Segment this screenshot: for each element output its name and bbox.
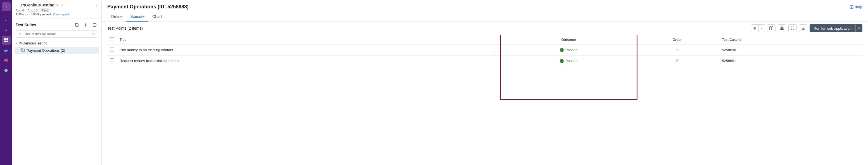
main-content: Payment Operations (ID: 5258688) Help De… — [102, 0, 868, 165]
rail-check-icon[interactable] — [2, 46, 11, 55]
select-all-checkbox[interactable] — [110, 37, 114, 41]
row2-order: 2 — [635, 56, 719, 66]
svg-rect-15 — [772, 27, 773, 30]
filter-clear-button[interactable]: ✕ — [92, 32, 95, 36]
columns-view-button[interactable] — [778, 24, 786, 32]
row1-more-icon[interactable]: ⋮ — [493, 48, 499, 52]
collapse-suite-button[interactable] — [91, 21, 98, 29]
svg-rect-3 — [6, 40, 8, 42]
svg-rect-0 — [4, 38, 6, 40]
row2-title: Request money from existing contact — [117, 56, 490, 66]
filter-input[interactable] — [22, 32, 90, 36]
rail-grid-icon[interactable] — [2, 36, 11, 45]
project-name: INGeniousTesting — [21, 3, 55, 7]
row1-checkbox[interactable] — [110, 48, 114, 52]
suite-group: ∨ INGeniousTesting Payment Operations (2… — [14, 40, 99, 54]
toolbar-actions: ∨ Run for web application ∨ — [751, 24, 862, 32]
row2-test-case-id: 5258691 — [719, 56, 862, 66]
svg-rect-6 — [4, 52, 7, 52]
add-suite-button[interactable] — [82, 21, 89, 29]
sidebar: ← INGeniousTesting ∨ ☆ ⋮ Aug 6 – Aug 13 … — [12, 0, 102, 165]
sidebar-header: ← INGeniousTesting ∨ ☆ ⋮ Aug 6 – Aug 13 … — [12, 0, 101, 19]
suite-group-header[interactable]: ∨ INGeniousTesting — [14, 40, 99, 47]
svg-rect-5 — [4, 50, 8, 51]
tab-chart[interactable]: Chart — [148, 12, 166, 22]
run-for-web-button[interactable]: Run for web application — [810, 24, 856, 32]
col-more — [490, 35, 502, 45]
table-row: Request money from existing contact ✓ Pa… — [107, 56, 862, 66]
suite-tree: ∨ INGeniousTesting Payment Operations (2… — [12, 40, 101, 165]
row1-more[interactable]: ⋮ — [490, 45, 502, 56]
run-button-group: Run for web application ∨ — [810, 24, 862, 32]
col-outcome: Outcome — [502, 35, 635, 45]
rail-diamond-icon[interactable] — [2, 66, 11, 75]
suite-item-payment-operations[interactable]: Payment Operations (2) — [14, 47, 99, 54]
row1-outcome: ✓ Passed — [502, 45, 635, 56]
menu-button[interactable] — [799, 24, 807, 32]
stats-text: 100% run, 100% passed. — [16, 12, 52, 16]
row2-checkbox[interactable] — [110, 58, 114, 62]
app-logo: I — [2, 2, 11, 11]
row2-more — [490, 56, 502, 66]
rail-record-icon[interactable] — [2, 56, 11, 65]
col-checkbox — [107, 35, 117, 45]
tabs: Define Execute Chart — [107, 12, 862, 21]
col-title: Title — [117, 35, 490, 45]
row2-outcome: ✓ Passed — [502, 56, 635, 66]
page-title: Payment Operations (ID: 5258688) — [107, 4, 189, 10]
icon-rail: I ← + — [0, 0, 12, 165]
filter-bar: ≡ ✕ — [16, 30, 98, 38]
row2-outcome-icon: ✓ — [560, 59, 564, 63]
row1-checkbox-cell — [107, 45, 117, 56]
test-points-table-container: Title Outcome Order Test Case Id Pay mon… — [102, 35, 868, 165]
outcome-chevron-button[interactable]: ∨ — [759, 24, 765, 32]
row1-outcome-text: Passed — [565, 48, 577, 52]
toolbar: Test Points (2 items) ∨ — [102, 22, 868, 35]
split-view-button[interactable] — [767, 24, 775, 32]
svg-rect-2 — [4, 40, 6, 42]
main-header: Payment Operations (ID: 5258688) Help De… — [102, 0, 868, 22]
project-star-icon[interactable]: ☆ — [61, 3, 64, 7]
run-chevron-button[interactable]: ∨ — [856, 24, 862, 32]
svg-point-12 — [851, 8, 851, 8]
group-name: INGeniousTesting — [19, 41, 48, 45]
suite-name: Payment Operations (2) — [27, 48, 65, 53]
sidebar-back-button[interactable]: ← — [16, 3, 20, 7]
test-suites-title: Test Suites — [16, 23, 71, 27]
table-row: Pay money to an existing contact ⋮ ✓ Pas… — [107, 45, 862, 56]
project-chevron-icon[interactable]: ∨ — [56, 3, 58, 7]
past-badge: Past — [39, 8, 50, 12]
svg-rect-9 — [76, 24, 78, 27]
row1-test-case-id: 5258690 — [719, 45, 862, 56]
tab-execute[interactable]: Execute — [126, 12, 148, 22]
expand-button[interactable] — [788, 24, 797, 32]
rail-back-icon[interactable]: ← — [2, 16, 11, 25]
col-order: Order — [635, 35, 719, 45]
outcome-filter-button[interactable] — [751, 24, 759, 32]
filter-icon: ≡ — [19, 32, 21, 36]
test-suites-header: Test Suites — [12, 19, 101, 30]
group-chevron-icon: ∨ — [16, 42, 18, 45]
col-test-case-id: Test Case Id — [719, 35, 862, 45]
rail-add-icon[interactable]: + — [2, 26, 11, 35]
svg-point-13 — [753, 27, 756, 30]
copy-suites-button[interactable] — [73, 21, 80, 29]
svg-rect-4 — [4, 49, 8, 49]
help-link[interactable]: Help — [849, 5, 862, 9]
date-range: Aug 6 – Aug 13 — [16, 9, 38, 12]
row1-order: 1 — [635, 45, 719, 56]
svg-point-8 — [5, 60, 7, 61]
toolbar-title: Test Points (2 items) — [107, 26, 750, 30]
row1-title: Pay money to an existing contact — [117, 45, 490, 56]
svg-rect-1 — [6, 38, 8, 40]
tab-define[interactable]: Define — [107, 12, 126, 22]
row2-checkbox-cell — [107, 56, 117, 66]
project-more-icon[interactable]: ⋮ — [94, 3, 98, 7]
test-points-table: Title Outcome Order Test Case Id Pay mon… — [107, 35, 862, 66]
svg-rect-14 — [770, 27, 771, 30]
view-report-link[interactable]: View report — [53, 12, 69, 16]
suite-folder-icon — [21, 48, 25, 53]
row2-outcome-text: Passed — [565, 59, 577, 63]
row1-outcome-icon: ✓ — [560, 48, 564, 52]
